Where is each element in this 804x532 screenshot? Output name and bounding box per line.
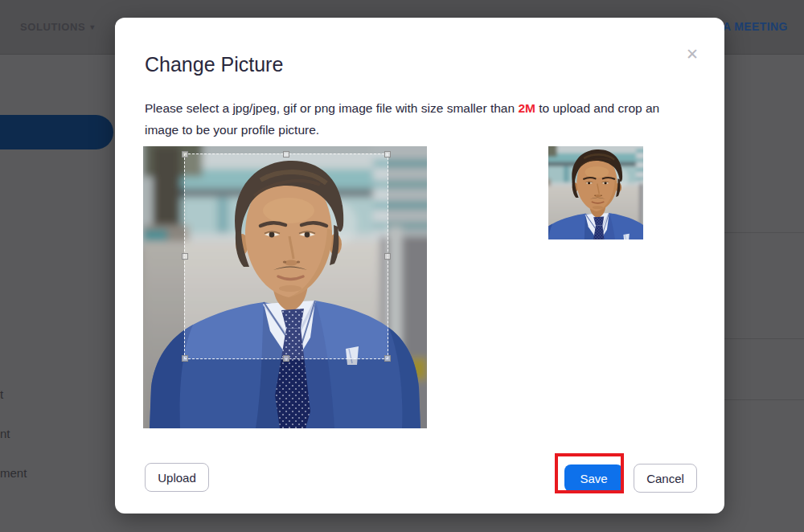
sidebar-item-fragment[interactable]: nt — [0, 427, 10, 440]
crop-preview-thumbnail — [548, 146, 643, 239]
crop-handle-middle-right[interactable] — [384, 253, 391, 260]
crop-handle-top-left[interactable] — [182, 151, 188, 158]
crop-handle-middle-left[interactable] — [182, 253, 188, 260]
nav-solutions-label: SOLUTIONS — [20, 21, 85, 33]
dialog-title: Change Picture — [145, 53, 283, 76]
crop-source-image[interactable] — [143, 146, 427, 428]
crop-handle-bottom-left[interactable] — [182, 355, 188, 362]
profile-photo-preview — [548, 146, 643, 239]
chevron-down-icon: ▾ — [90, 23, 95, 31]
crop-handle-bottom-middle[interactable] — [283, 355, 289, 362]
crop-selection[interactable] — [184, 153, 388, 359]
description-text: Please select a jpg/jpeg, gif or png ima… — [145, 101, 518, 115]
sidebar-item-fragment[interactable]: t — [0, 387, 3, 401]
background-divider — [724, 338, 804, 339]
sidebar-item-fragment[interactable]: ment — [0, 466, 27, 480]
upload-button[interactable]: Upload — [145, 463, 209, 492]
dialog-description: Please select a jpg/jpeg, gif or png ima… — [145, 97, 693, 141]
save-button[interactable]: Save — [564, 464, 623, 492]
sidebar-selected-item[interactable] — [0, 115, 113, 149]
background-divider — [724, 399, 804, 400]
cancel-button[interactable]: Cancel — [634, 464, 697, 493]
background-divider — [724, 232, 804, 233]
change-picture-dialog: Change Picture ✕ Please select a jpg/jpe… — [115, 18, 724, 514]
nav-solutions-menu[interactable]: SOLUTIONS ▾ — [20, 21, 95, 33]
close-icon[interactable]: ✕ — [686, 47, 699, 62]
crop-handle-bottom-right[interactable] — [384, 355, 391, 362]
crop-handle-top-right[interactable] — [384, 151, 391, 158]
nav-host-meeting-link[interactable]: A MEETING — [723, 20, 788, 33]
size-limit-text: 2M — [518, 101, 535, 115]
crop-handle-top-middle[interactable] — [283, 151, 289, 158]
